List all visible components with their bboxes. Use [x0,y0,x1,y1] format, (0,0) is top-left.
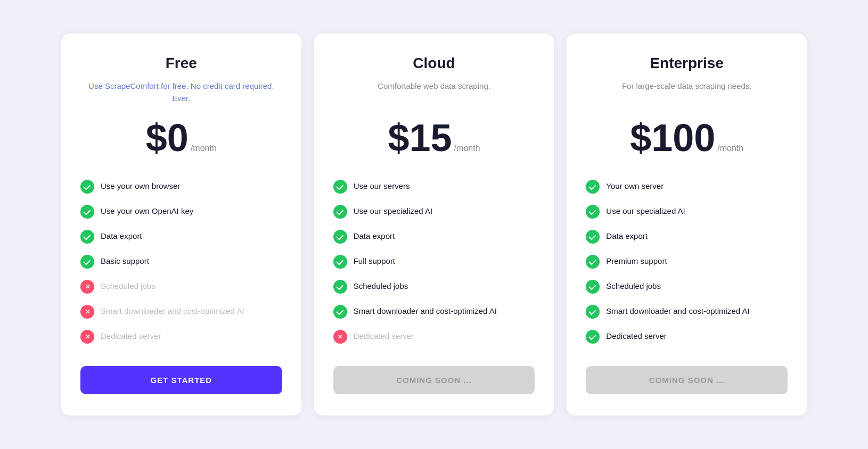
list-item: Scheduled jobs [586,274,788,299]
price-period-free: /month [191,144,217,153]
price-amount-cloud: $15 [388,119,452,157]
feature-text: Data export [101,229,142,242]
check-icon [80,230,94,244]
plan-description-enterprise: For large-scale data scraping needs. [586,80,788,106]
list-item: Basic support [80,249,282,274]
pricing-card-cloud: CloudComfortable web data scraping.$15/m… [314,34,554,415]
list-item: Dedicated server [80,324,282,349]
feature-text: Use your own OpenAI key [101,204,193,217]
price-amount-enterprise: $100 [630,119,715,157]
plan-name-enterprise: Enterprise [586,55,788,72]
plan-description-free: Use ScrapeComfort for free. No credit ca… [80,80,282,106]
feature-text: Scheduled jobs [101,279,155,292]
check-icon [586,205,600,219]
list-item: Your own server [586,174,788,199]
feature-text: Your own server [606,179,664,192]
feature-text: Dedicated server [606,329,666,342]
pricing-card-free: FreeUse ScrapeComfort for free. No credi… [61,34,301,415]
list-item: Use our servers [333,174,535,199]
check-icon [333,230,347,244]
pricing-section: FreeUse ScrapeComfort for free. No credi… [61,34,807,415]
check-icon [586,305,600,319]
list-item: Scheduled jobs [333,274,535,299]
features-list-enterprise: Your own serverUse our specialized AIDat… [586,174,788,349]
list-item: Use our specialized AI [333,199,535,224]
list-item: Data export [586,224,788,249]
features-list-free: Use your own browserUse your own OpenAI … [80,174,282,349]
check-icon [586,330,600,344]
check-icon [80,205,94,219]
check-icon [333,280,347,294]
feature-text: Use our specialized AI [354,204,432,217]
price-period-enterprise: /month [717,144,743,153]
list-item: Use your own browser [80,174,282,199]
list-item: Full support [333,249,535,274]
feature-text: Use our specialized AI [606,204,685,217]
pricing-card-enterprise: EnterpriseFor large-scale data scraping … [567,34,807,415]
feature-text: Smart downloader and cost-optimized AI [354,304,497,317]
price-row-cloud: $15/month [333,119,535,157]
price-row-free: $0/month [80,119,282,157]
plan-name-free: Free [80,55,282,72]
feature-text: Smart downloader and cost-optimized AI [606,304,749,317]
plan-name-cloud: Cloud [333,55,535,72]
list-item: Data export [80,224,282,249]
price-row-enterprise: $100/month [586,119,788,157]
list-item: Premium support [586,249,788,274]
feature-text: Basic support [101,254,149,267]
check-icon [586,230,600,244]
feature-text: Scheduled jobs [354,279,408,292]
check-icon [586,280,600,294]
x-icon [333,330,347,344]
check-icon [333,305,347,319]
list-item: Smart downloader and cost-optimized AI [80,299,282,324]
check-icon [80,180,94,194]
feature-text: Full support [354,254,395,267]
feature-text: Smart downloader and cost-optimized AI [101,304,244,317]
list-item: Data export [333,224,535,249]
check-icon [333,205,347,219]
cta-button-free[interactable]: GET STARTED [80,366,282,394]
check-icon [586,255,600,269]
feature-text: Scheduled jobs [606,279,661,292]
feature-text: Data export [606,229,648,242]
list-item: Smart downloader and cost-optimized AI [333,299,535,324]
feature-text: Premium support [606,254,667,267]
list-item: Dedicated server [586,324,788,349]
list-item: Dedicated server [333,324,535,349]
feature-text: Use our servers [354,179,410,192]
plan-description-cloud: Comfortable web data scraping. [333,80,535,106]
list-item: Use your own OpenAI key [80,199,282,224]
feature-text: Data export [354,229,395,242]
price-period-cloud: /month [454,144,480,153]
cta-button-cloud: COMING SOON ... [333,366,535,394]
check-icon [80,255,94,269]
feature-text: Dedicated server [354,329,414,342]
check-icon [333,255,347,269]
cta-button-enterprise: COMING SOON ... [586,366,788,394]
x-icon [80,280,94,294]
price-amount-free: $0 [146,119,189,157]
features-list-cloud: Use our serversUse our specialized AIDat… [333,174,535,349]
list-item: Smart downloader and cost-optimized AI [586,299,788,324]
x-icon [80,330,94,344]
feature-text: Use your own browser [101,179,180,192]
x-icon [80,305,94,319]
list-item: Scheduled jobs [80,274,282,299]
check-icon [333,180,347,194]
feature-text: Dedicated server [101,329,161,342]
list-item: Use our specialized AI [586,199,788,224]
check-icon [586,180,600,194]
